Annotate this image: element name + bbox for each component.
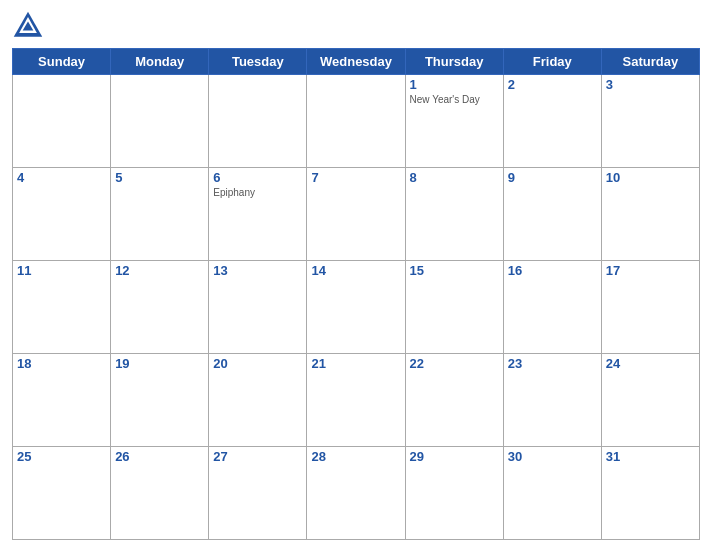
day-cell: 7 [307, 168, 405, 261]
day-number: 5 [115, 170, 204, 185]
day-cell: 17 [601, 261, 699, 354]
day-number: 2 [508, 77, 597, 92]
day-cell [307, 75, 405, 168]
day-number: 24 [606, 356, 695, 371]
day-cell [209, 75, 307, 168]
day-number: 15 [410, 263, 499, 278]
day-number: 11 [17, 263, 106, 278]
day-number: 21 [311, 356, 400, 371]
week-row-2: 456Epiphany78910 [13, 168, 700, 261]
week-row-1: 1New Year's Day23 [13, 75, 700, 168]
day-cell: 29 [405, 447, 503, 540]
day-cell: 10 [601, 168, 699, 261]
week-row-5: 25262728293031 [13, 447, 700, 540]
day-cell: 9 [503, 168, 601, 261]
day-number: 28 [311, 449, 400, 464]
day-number: 23 [508, 356, 597, 371]
holiday-label: Epiphany [213, 187, 302, 198]
day-number: 31 [606, 449, 695, 464]
day-cell: 30 [503, 447, 601, 540]
day-cell: 31 [601, 447, 699, 540]
day-cell: 5 [111, 168, 209, 261]
day-cell: 21 [307, 354, 405, 447]
logo-icon [12, 10, 44, 42]
day-number: 30 [508, 449, 597, 464]
day-cell [111, 75, 209, 168]
day-cell: 25 [13, 447, 111, 540]
day-cell [13, 75, 111, 168]
weekday-header-monday: Monday [111, 49, 209, 75]
day-cell: 2 [503, 75, 601, 168]
day-cell: 1New Year's Day [405, 75, 503, 168]
weekday-header-wednesday: Wednesday [307, 49, 405, 75]
day-number: 27 [213, 449, 302, 464]
day-cell: 27 [209, 447, 307, 540]
header [12, 10, 700, 42]
day-cell: 4 [13, 168, 111, 261]
day-cell: 19 [111, 354, 209, 447]
day-cell: 26 [111, 447, 209, 540]
day-cell: 3 [601, 75, 699, 168]
day-cell: 16 [503, 261, 601, 354]
day-cell: 6Epiphany [209, 168, 307, 261]
day-number: 9 [508, 170, 597, 185]
weekday-header-row: SundayMondayTuesdayWednesdayThursdayFrid… [13, 49, 700, 75]
logo [12, 10, 48, 42]
day-number: 6 [213, 170, 302, 185]
day-cell: 15 [405, 261, 503, 354]
day-cell: 23 [503, 354, 601, 447]
weekday-header-sunday: Sunday [13, 49, 111, 75]
day-number: 16 [508, 263, 597, 278]
day-number: 1 [410, 77, 499, 92]
day-number: 18 [17, 356, 106, 371]
day-cell: 20 [209, 354, 307, 447]
calendar-container: SundayMondayTuesdayWednesdayThursdayFrid… [0, 0, 712, 550]
day-cell: 12 [111, 261, 209, 354]
day-number: 14 [311, 263, 400, 278]
day-number: 8 [410, 170, 499, 185]
day-number: 19 [115, 356, 204, 371]
weekday-header-thursday: Thursday [405, 49, 503, 75]
holiday-label: New Year's Day [410, 94, 499, 105]
weekday-header-tuesday: Tuesday [209, 49, 307, 75]
day-number: 17 [606, 263, 695, 278]
calendar-table: SundayMondayTuesdayWednesdayThursdayFrid… [12, 48, 700, 540]
day-number: 26 [115, 449, 204, 464]
day-number: 12 [115, 263, 204, 278]
day-number: 3 [606, 77, 695, 92]
day-number: 25 [17, 449, 106, 464]
day-number: 4 [17, 170, 106, 185]
day-cell: 8 [405, 168, 503, 261]
week-row-4: 18192021222324 [13, 354, 700, 447]
day-cell: 28 [307, 447, 405, 540]
day-cell: 24 [601, 354, 699, 447]
day-number: 10 [606, 170, 695, 185]
day-number: 20 [213, 356, 302, 371]
day-cell: 11 [13, 261, 111, 354]
day-cell: 18 [13, 354, 111, 447]
weekday-header-friday: Friday [503, 49, 601, 75]
day-cell: 22 [405, 354, 503, 447]
day-number: 13 [213, 263, 302, 278]
day-cell: 14 [307, 261, 405, 354]
day-cell: 13 [209, 261, 307, 354]
day-number: 7 [311, 170, 400, 185]
day-number: 29 [410, 449, 499, 464]
week-row-3: 11121314151617 [13, 261, 700, 354]
weekday-header-saturday: Saturday [601, 49, 699, 75]
day-number: 22 [410, 356, 499, 371]
